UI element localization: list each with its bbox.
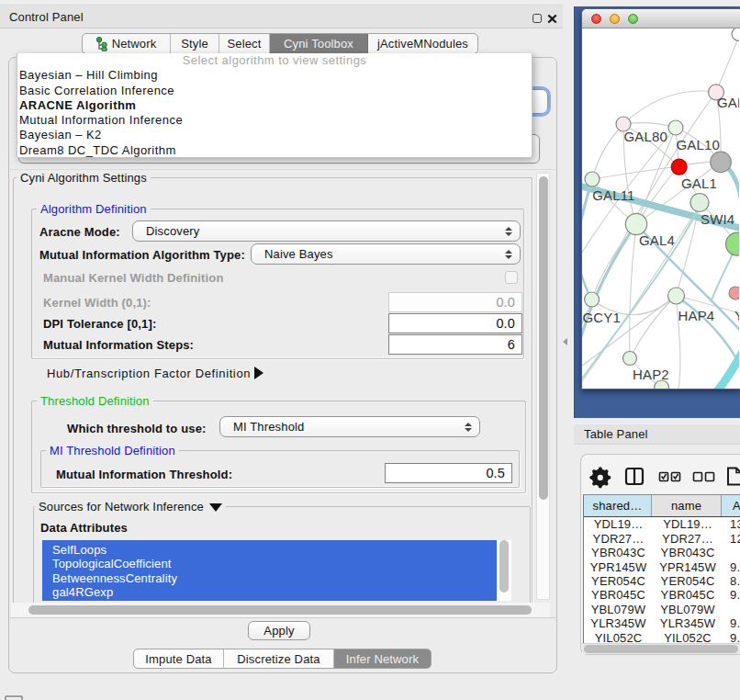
svg-text:GAL10: GAL10 (677, 137, 720, 152)
svg-text:GAL1: GAL1 (681, 175, 717, 191)
svg-text:GAL80: GAL80 (624, 129, 667, 144)
svg-text:HAP2: HAP2 (633, 367, 669, 382)
svg-text:HAP4: HAP4 (678, 308, 715, 323)
svg-text:GCY1: GCY1 (583, 310, 621, 325)
svg-text:GAL7: GAL7 (717, 95, 739, 110)
svg-text:YB: YB (734, 308, 739, 323)
svg-text:GAL4: GAL4 (639, 232, 675, 248)
svg-text:GAL11: GAL11 (592, 187, 634, 203)
svg-text:SWI4: SWI4 (701, 211, 734, 227)
